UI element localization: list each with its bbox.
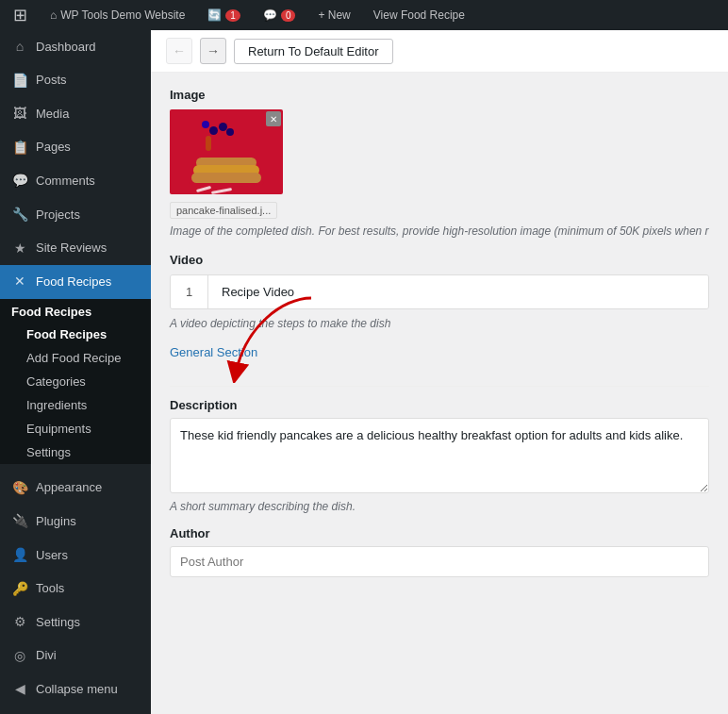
video-row-number: 1 <box>171 275 208 308</box>
forward-button[interactable]: → <box>200 38 226 64</box>
sidebar-item-label: Projects <box>36 207 80 224</box>
sidebar-item-pages[interactable]: 📋 Pages <box>0 131 151 165</box>
new-label: + New <box>318 8 350 22</box>
sidebar-item-label: Tools <box>36 580 64 597</box>
updates-link[interactable]: 🔄 1 <box>202 0 246 30</box>
view-recipe-link[interactable]: View Food Recipe <box>368 0 471 30</box>
sidebar-item-label: Users <box>36 547 68 564</box>
video-row-label: Recipe Video <box>208 275 307 308</box>
video-section-label: Video <box>170 253 709 267</box>
sidebar-item-projects[interactable]: 🔧 Projects <box>0 198 151 232</box>
food-recipes-icon: ✕ <box>11 273 28 291</box>
image-container: ✕ <box>170 109 283 194</box>
sidebar-item-plugins[interactable]: 🔌 Plugins <box>0 505 151 539</box>
updates-icon: 🔄 <box>207 8 222 22</box>
posts-icon: 📄 <box>11 72 28 91</box>
submenu-item-ingredients[interactable]: Ingredients <box>0 393 151 417</box>
comments-count: 0 <box>281 9 296 22</box>
sidebar-item-label: Settings <box>36 614 80 631</box>
sidebar-item-appearance[interactable]: 🎨 Appearance <box>0 472 151 506</box>
sidebar-item-collapse[interactable]: ◀ Collapse menu <box>0 672 151 706</box>
sidebar-item-label: Food Recipes <box>36 274 111 291</box>
updates-count: 1 <box>225 9 240 22</box>
sidebar-item-label: Pages <box>36 139 71 156</box>
sidebar-item-label: Site Reviews <box>36 240 107 257</box>
sidebar-item-settings[interactable]: ⚙ Settings <box>0 606 151 639</box>
divider <box>170 386 709 387</box>
comments-link[interactable]: 💬 0 <box>257 0 302 30</box>
sidebar-item-label: Divi <box>36 647 57 664</box>
back-button[interactable]: ← <box>166 38 192 64</box>
submenu-item-equipments[interactable]: Equipments <box>0 417 151 440</box>
sidebar-item-label: Collapse menu <box>36 681 118 698</box>
sidebar-item-dashboard[interactable]: ⌂ Dashboard <box>0 30 151 64</box>
star-icon: ★ <box>11 240 28 258</box>
settings-icon: ⚙ <box>11 613 28 632</box>
editor-toolbar: ← → Return To Default Editor <box>151 30 728 73</box>
video-row: 1 Recipe Video <box>171 275 708 308</box>
site-name-link[interactable]: ⌂ WP Tools Demo Website <box>44 0 190 30</box>
sidebar-item-site-reviews[interactable]: ★ Site Reviews <box>0 232 151 266</box>
new-link[interactable]: + New <box>312 0 356 30</box>
sidebar-item-users[interactable]: 👤 Users <box>0 539 151 573</box>
submenu-item-food-recipes[interactable]: Food Recipes <box>0 323 151 346</box>
home-icon: ⌂ <box>50 8 57 22</box>
wp-logo[interactable]: ⊞ <box>8 0 33 30</box>
image-section-label: Image <box>170 88 709 102</box>
editor-content: Image <box>151 73 728 592</box>
video-table: 1 Recipe Video <box>170 274 709 309</box>
wp-logo-icon: ⊞ <box>13 5 27 25</box>
appearance-icon: 🎨 <box>11 479 28 498</box>
main-content: ← → Return To Default Editor Image <box>151 30 728 714</box>
divi-icon: ◎ <box>11 647 28 666</box>
comments-icon: 💬 <box>263 8 277 22</box>
admin-bar: ⊞ ⌂ WP Tools Demo Website 🔄 1 💬 0 + New … <box>0 0 728 30</box>
return-to-default-editor-button[interactable]: Return To Default Editor <box>234 39 393 64</box>
view-recipe-label: View Food Recipe <box>373 8 465 22</box>
sidebar-item-media[interactable]: 🖼 Media <box>0 97 151 131</box>
image-hint: Image of the completed dish. For best re… <box>170 224 709 238</box>
description-label: Description <box>170 398 709 412</box>
pages-icon: 📋 <box>11 139 28 158</box>
collapse-icon: ◀ <box>11 680 28 699</box>
sidebar-item-label: Appearance <box>36 479 102 496</box>
plugins-icon: 🔌 <box>11 512 28 531</box>
sidebar-item-comments[interactable]: 💬 Comments <box>0 164 151 198</box>
tools-icon: 🔑 <box>11 580 28 599</box>
food-recipes-submenu: Food Recipes Food Recipes Add Food Recip… <box>0 299 151 464</box>
sidebar-item-divi[interactable]: ◎ Divi <box>0 639 151 673</box>
sidebar-item-label: Comments <box>36 173 95 190</box>
author-input[interactable] <box>170 546 709 577</box>
sidebar-item-label: Posts <box>36 72 67 89</box>
sidebar-item-label: Plugins <box>36 513 76 530</box>
video-hint: A video depicting the steps to make the … <box>170 317 709 330</box>
general-section-link[interactable]: General Section <box>170 345 257 359</box>
dashboard-icon: ⌂ <box>11 38 28 57</box>
description-hint: A short summary describing the dish. <box>170 500 709 513</box>
image-filename: pancake-finalised.j... <box>170 202 277 219</box>
description-textarea[interactable]: These kid friendly pancakes are a delici… <box>170 418 709 493</box>
comments-icon: 💬 <box>11 172 28 191</box>
users-icon: 👤 <box>11 546 28 565</box>
sidebar: ⌂ Dashboard 📄 Posts 🖼 Media 📋 Pages 💬 Co… <box>0 30 151 714</box>
projects-icon: 🔧 <box>11 206 28 224</box>
submenu-item-settings[interactable]: Settings <box>0 440 151 464</box>
site-name: WP Tools Demo Website <box>60 8 185 22</box>
submenu-item-categories[interactable]: Categories <box>0 370 151 393</box>
sidebar-item-food-recipes[interactable]: ✕ Food Recipes <box>0 265 151 299</box>
sidebar-item-label: Dashboard <box>36 39 96 56</box>
remove-image-button[interactable]: ✕ <box>266 111 281 126</box>
author-label: Author <box>170 526 709 540</box>
submenu-header: Food Recipes <box>0 299 151 323</box>
sidebar-item-tools[interactable]: 🔑 Tools <box>0 573 151 606</box>
sidebar-item-posts[interactable]: 📄 Posts <box>0 64 151 98</box>
media-icon: 🖼 <box>11 105 28 124</box>
submenu-item-add-food-recipe[interactable]: Add Food Recipe <box>0 346 151 370</box>
sidebar-item-label: Media <box>36 106 69 123</box>
